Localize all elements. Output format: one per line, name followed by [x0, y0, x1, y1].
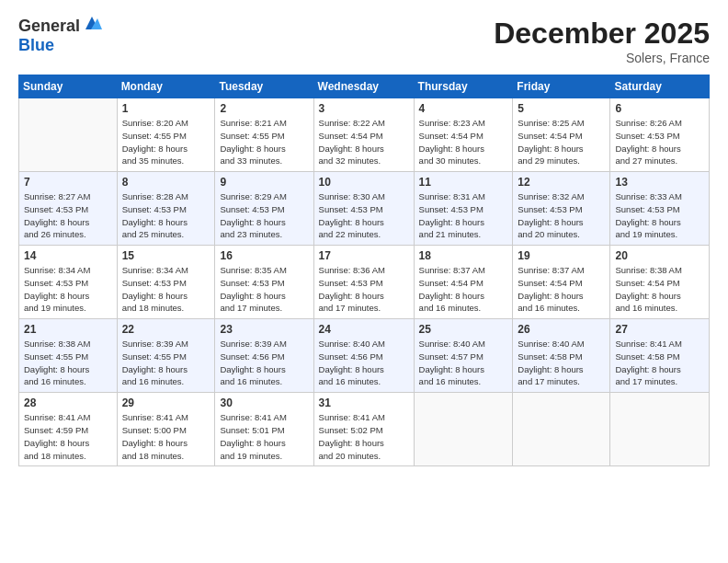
calendar-cell: 17Sunrise: 8:36 AM Sunset: 4:53 PM Dayli… [313, 246, 414, 319]
day-number: 10 [319, 176, 409, 189]
logo-general: General [18, 17, 80, 36]
page: General Blue December 2025 Solers, Franc… [0, 0, 728, 563]
day-number: 13 [615, 176, 704, 189]
day-number: 31 [319, 396, 409, 409]
day-info: Sunrise: 8:41 AM Sunset: 5:02 PM Dayligh… [319, 411, 409, 462]
day-number: 21 [24, 323, 112, 336]
calendar-cell: 11Sunrise: 8:31 AM Sunset: 4:53 PM Dayli… [414, 172, 513, 246]
day-info: Sunrise: 8:40 AM Sunset: 4:58 PM Dayligh… [518, 338, 605, 388]
day-number: 19 [518, 249, 605, 262]
day-number: 30 [220, 396, 308, 409]
day-number: 25 [419, 323, 508, 336]
day-header-saturday: Saturday [610, 75, 710, 98]
day-number: 14 [24, 249, 112, 262]
day-header-sunday: Sunday [19, 75, 118, 98]
day-info: Sunrise: 8:39 AM Sunset: 4:56 PM Dayligh… [220, 338, 308, 388]
calendar-cell: 14Sunrise: 8:34 AM Sunset: 4:53 PM Dayli… [19, 246, 118, 319]
calendar-cell: 23Sunrise: 8:39 AM Sunset: 4:56 PM Dayli… [215, 319, 313, 393]
day-header-tuesday: Tuesday [215, 75, 313, 98]
day-info: Sunrise: 8:27 AM Sunset: 4:53 PM Dayligh… [24, 190, 112, 241]
calendar-cell: 30Sunrise: 8:41 AM Sunset: 5:01 PM Dayli… [215, 393, 313, 466]
calendar-cell: 9Sunrise: 8:29 AM Sunset: 4:53 PM Daylig… [215, 172, 313, 246]
day-header-thursday: Thursday [414, 75, 513, 98]
day-info: Sunrise: 8:40 AM Sunset: 4:57 PM Dayligh… [419, 338, 508, 388]
calendar-week-row: 28Sunrise: 8:41 AM Sunset: 4:59 PM Dayli… [19, 393, 710, 466]
calendar-cell: 6Sunrise: 8:26 AM Sunset: 4:53 PM Daylig… [610, 98, 710, 172]
day-number: 9 [220, 176, 308, 189]
day-info: Sunrise: 8:22 AM Sunset: 4:54 PM Dayligh… [319, 117, 409, 167]
calendar-cell: 31Sunrise: 8:41 AM Sunset: 5:02 PM Dayli… [313, 393, 414, 466]
calendar-week-row: 21Sunrise: 8:38 AM Sunset: 4:55 PM Dayli… [19, 319, 710, 393]
day-number: 17 [319, 249, 409, 262]
calendar-cell: 27Sunrise: 8:41 AM Sunset: 4:58 PM Dayli… [610, 319, 710, 393]
calendar-cell: 8Sunrise: 8:28 AM Sunset: 4:53 PM Daylig… [117, 172, 215, 246]
calendar-cell: 7Sunrise: 8:27 AM Sunset: 4:53 PM Daylig… [19, 172, 118, 246]
day-number: 1 [122, 102, 210, 115]
day-number: 28 [24, 396, 112, 409]
title-section: December 2025 Solers, France [494, 17, 710, 65]
day-info: Sunrise: 8:39 AM Sunset: 4:55 PM Dayligh… [122, 338, 210, 388]
calendar-cell: 18Sunrise: 8:37 AM Sunset: 4:54 PM Dayli… [414, 246, 513, 319]
calendar-cell [610, 393, 710, 466]
day-info: Sunrise: 8:23 AM Sunset: 4:54 PM Dayligh… [419, 117, 508, 167]
day-info: Sunrise: 8:28 AM Sunset: 4:53 PM Dayligh… [122, 190, 210, 241]
day-number: 3 [319, 102, 409, 115]
calendar-cell: 19Sunrise: 8:37 AM Sunset: 4:54 PM Dayli… [513, 246, 610, 319]
calendar-header-row: SundayMondayTuesdayWednesdayThursdayFrid… [19, 75, 710, 98]
day-number: 7 [24, 176, 112, 189]
day-header-wednesday: Wednesday [313, 75, 414, 98]
day-info: Sunrise: 8:41 AM Sunset: 5:00 PM Dayligh… [122, 411, 210, 462]
calendar-cell: 22Sunrise: 8:39 AM Sunset: 4:55 PM Dayli… [117, 319, 215, 393]
day-info: Sunrise: 8:20 AM Sunset: 4:55 PM Dayligh… [122, 117, 210, 167]
day-number: 12 [518, 176, 605, 189]
calendar-cell: 29Sunrise: 8:41 AM Sunset: 5:00 PM Dayli… [117, 393, 215, 466]
day-info: Sunrise: 8:35 AM Sunset: 4:53 PM Dayligh… [220, 264, 308, 315]
day-info: Sunrise: 8:41 AM Sunset: 5:01 PM Dayligh… [220, 411, 308, 462]
day-info: Sunrise: 8:26 AM Sunset: 4:53 PM Dayligh… [615, 117, 704, 167]
calendar-cell [414, 393, 513, 466]
day-number: 27 [615, 323, 704, 336]
calendar-cell: 5Sunrise: 8:25 AM Sunset: 4:54 PM Daylig… [513, 98, 610, 172]
calendar-cell: 16Sunrise: 8:35 AM Sunset: 4:53 PM Dayli… [215, 246, 313, 319]
day-info: Sunrise: 8:41 AM Sunset: 4:59 PM Dayligh… [24, 411, 112, 462]
day-number: 22 [122, 323, 210, 336]
calendar-cell: 21Sunrise: 8:38 AM Sunset: 4:55 PM Dayli… [19, 319, 118, 393]
location: Solers, France [494, 51, 710, 65]
day-info: Sunrise: 8:25 AM Sunset: 4:54 PM Dayligh… [518, 117, 605, 167]
day-number: 2 [220, 102, 308, 115]
calendar-cell: 20Sunrise: 8:38 AM Sunset: 4:54 PM Dayli… [610, 246, 710, 319]
calendar-table: SundayMondayTuesdayWednesdayThursdayFrid… [18, 75, 710, 466]
calendar-cell: 15Sunrise: 8:34 AM Sunset: 4:53 PM Dayli… [117, 246, 215, 319]
day-number: 23 [220, 323, 308, 336]
calendar-cell: 28Sunrise: 8:41 AM Sunset: 4:59 PM Dayli… [19, 393, 118, 466]
calendar-cell: 4Sunrise: 8:23 AM Sunset: 4:54 PM Daylig… [414, 98, 513, 172]
day-info: Sunrise: 8:37 AM Sunset: 4:54 PM Dayligh… [419, 264, 508, 315]
day-number: 29 [122, 396, 210, 409]
day-info: Sunrise: 8:30 AM Sunset: 4:53 PM Dayligh… [319, 190, 409, 241]
day-info: Sunrise: 8:31 AM Sunset: 4:53 PM Dayligh… [419, 190, 508, 241]
logo-blue: Blue [18, 37, 102, 55]
day-info: Sunrise: 8:38 AM Sunset: 4:54 PM Dayligh… [615, 264, 704, 315]
calendar-cell: 13Sunrise: 8:33 AM Sunset: 4:53 PM Dayli… [610, 172, 710, 246]
calendar-cell: 25Sunrise: 8:40 AM Sunset: 4:57 PM Dayli… [414, 319, 513, 393]
calendar-cell: 24Sunrise: 8:40 AM Sunset: 4:56 PM Dayli… [313, 319, 414, 393]
logo: General Blue [18, 17, 102, 55]
day-number: 6 [615, 102, 704, 115]
day-header-monday: Monday [117, 75, 215, 98]
calendar-cell [19, 98, 118, 172]
day-number: 16 [220, 249, 308, 262]
calendar-week-row: 7Sunrise: 8:27 AM Sunset: 4:53 PM Daylig… [19, 172, 710, 246]
day-number: 24 [319, 323, 409, 336]
calendar-cell: 1Sunrise: 8:20 AM Sunset: 4:55 PM Daylig… [117, 98, 215, 172]
calendar-cell: 10Sunrise: 8:30 AM Sunset: 4:53 PM Dayli… [313, 172, 414, 246]
day-info: Sunrise: 8:33 AM Sunset: 4:53 PM Dayligh… [615, 190, 704, 241]
day-header-friday: Friday [513, 75, 610, 98]
calendar-cell: 3Sunrise: 8:22 AM Sunset: 4:54 PM Daylig… [313, 98, 414, 172]
header: General Blue December 2025 Solers, Franc… [18, 17, 710, 65]
day-number: 20 [615, 249, 704, 262]
day-number: 15 [122, 249, 210, 262]
calendar-cell: 2Sunrise: 8:21 AM Sunset: 4:55 PM Daylig… [215, 98, 313, 172]
day-info: Sunrise: 8:21 AM Sunset: 4:55 PM Dayligh… [220, 117, 308, 167]
day-number: 11 [419, 176, 508, 189]
day-info: Sunrise: 8:32 AM Sunset: 4:53 PM Dayligh… [518, 190, 605, 241]
